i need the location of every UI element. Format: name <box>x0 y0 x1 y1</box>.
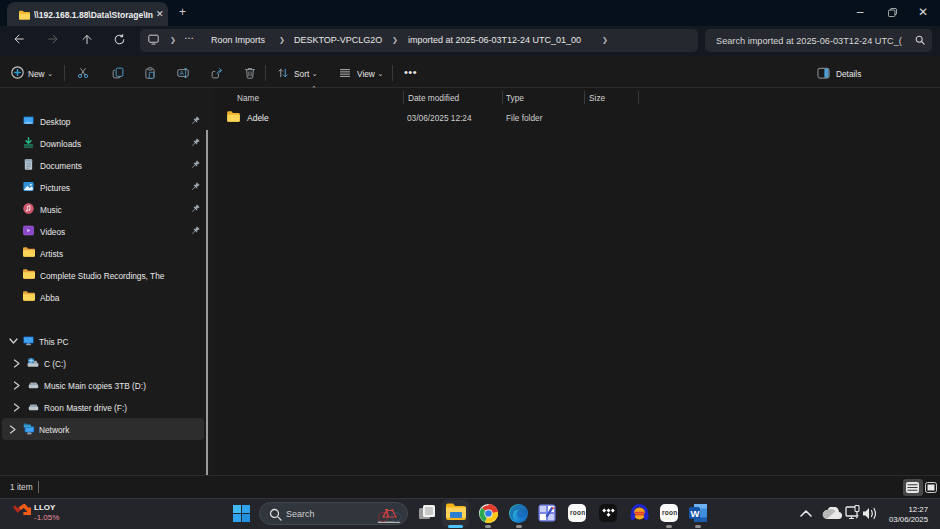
svg-text:A: A <box>180 70 184 76</box>
svg-text:W: W <box>691 508 700 519</box>
